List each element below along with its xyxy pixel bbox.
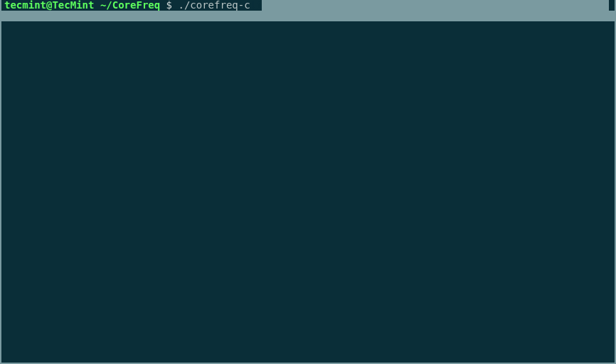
highlighted-blank-line [1,11,615,21]
user-host: tecmint@TecMint [4,0,94,11]
prompt-symbol: $ [160,0,178,11]
typed-command: ./corefreq-c [178,0,250,11]
current-path: ~/CoreFreq [100,0,160,11]
prompt-line[interactable]: tecmint@TecMint ~/CoreFreq $ ./corefreq-… [1,0,615,11]
path-separator [94,0,100,11]
tab-completion-suffix: li [250,0,262,11]
